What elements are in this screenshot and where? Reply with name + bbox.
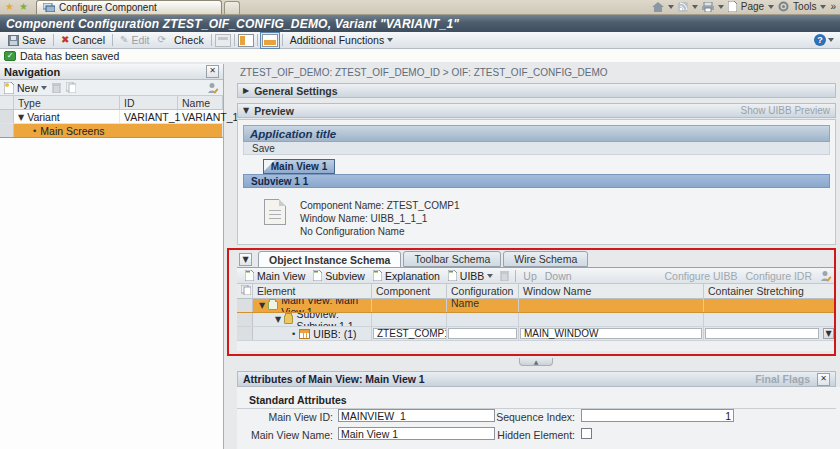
- browser-command-bar: Page Tools »: [652, 1, 836, 12]
- configure-uibb-link[interactable]: Configure UIBB: [665, 270, 738, 282]
- component-input[interactable]: ZTEST_COMP1: [373, 328, 447, 339]
- subview-folder-icon: [284, 315, 293, 324]
- print-icon[interactable]: [702, 2, 714, 12]
- section-collapsed-triangle-icon[interactable]: ▶: [243, 86, 249, 95]
- save-disk-icon: [8, 35, 19, 46]
- browser-tab[interactable]: Configure Component: [36, 0, 222, 14]
- navigation-row-main-screens[interactable]: •Main Screens: [0, 124, 223, 138]
- configure-idr-link[interactable]: Configure IDR: [745, 270, 812, 282]
- save-button[interactable]: Save: [4, 33, 50, 48]
- tab-wire-schema[interactable]: Wire Schema: [503, 251, 588, 267]
- section-expanded-triangle-icon[interactable]: ▼: [243, 106, 249, 115]
- layout-bottom-panel-icon[interactable]: [262, 34, 278, 47]
- additional-functions-button[interactable]: Additional Functions: [286, 33, 398, 48]
- attributes-close-button[interactable]: ✕: [817, 373, 830, 386]
- hidden-element-checkbox[interactable]: [581, 428, 592, 439]
- general-settings-section-bar[interactable]: ▶ General Settings: [237, 83, 836, 98]
- row-selector[interactable]: [237, 327, 253, 340]
- cancel-button[interactable]: ✖ Cancel: [57, 33, 109, 48]
- breadcrumb[interactable]: ZTEST_OIF_DEMO: ZTEST_OIF_DEMO_ID > OIF:…: [240, 67, 608, 78]
- collapse-triangle-icon[interactable]: ▼: [18, 113, 24, 122]
- preview-save-button[interactable]: Save: [252, 143, 275, 154]
- delete-element-icon[interactable]: [500, 270, 509, 281]
- personalize-icon[interactable]: [207, 82, 219, 94]
- schema-tabstrip: ▼ Object Instance Schema Toolbar Schema …: [237, 252, 836, 268]
- refresh-button[interactable]: ⟳: [154, 33, 170, 48]
- dropdown-arrow-icon[interactable]: ▼: [823, 328, 834, 339]
- navigation-close-button[interactable]: ✕: [206, 65, 219, 78]
- new-button[interactable]: New: [4, 82, 47, 94]
- schema-row-uibb[interactable]: •UIBB: (1) ZTEST_COMP1 MAIN_WINDOW ▼: [237, 327, 836, 341]
- collapse-triangle-icon[interactable]: ▼: [275, 315, 281, 324]
- row-selector[interactable]: [0, 124, 14, 137]
- window-name-input[interactable]: MAIN_WINDOW: [520, 328, 702, 339]
- tools-dropdown-caret[interactable]: [820, 5, 826, 9]
- add-uibb-button[interactable]: UIBB: [444, 268, 498, 283]
- schema-table-filler: [237, 341, 836, 351]
- edit-button[interactable]: ✎ Edit: [116, 33, 153, 48]
- sequence-index-input[interactable]: [581, 409, 734, 422]
- tab-corner-decoration: [264, 160, 275, 171]
- personalize-icon[interactable]: [820, 270, 832, 282]
- add-favorite-icon[interactable]: ★: [19, 2, 28, 12]
- column-header-name[interactable]: Name: [178, 96, 223, 109]
- page-dropdown-caret[interactable]: [768, 5, 774, 9]
- new-dropdown-caret: [41, 86, 47, 90]
- delete-icon[interactable]: [52, 82, 61, 93]
- page-title-text: Component Configuration ZTEST_OIF_CONFIG…: [6, 17, 459, 31]
- layout-horizontal-icon[interactable]: [215, 34, 231, 47]
- feed-icon[interactable]: [678, 2, 688, 12]
- subview-title-text: Subview 1 1: [251, 176, 308, 187]
- add-explanation-button[interactable]: Explanation: [369, 268, 444, 283]
- favorites-star-icon[interactable]: ★: [5, 2, 14, 12]
- schema-row-subview[interactable]: ▼Subview: Subview 1 1: [237, 313, 836, 327]
- container-stretching-select[interactable]: [705, 328, 819, 339]
- schema-table: Element Component Configuration Name Win…: [237, 284, 836, 351]
- horizontal-splitter-handle[interactable]: ▲: [519, 358, 553, 366]
- leaf-bullet-icon: •: [32, 126, 37, 136]
- browser-tab-bar: ★ ★ Configure Component Page Tools »: [0, 0, 840, 15]
- feed-dropdown-caret[interactable]: [692, 5, 698, 9]
- preview-section-bar[interactable]: ▼ Preview Show UIBB Preview: [237, 103, 836, 118]
- help-button[interactable]: ?: [814, 34, 834, 46]
- configuration-name-input[interactable]: [448, 328, 517, 339]
- column-header-id[interactable]: ID: [120, 96, 178, 109]
- row-selector[interactable]: [237, 313, 253, 326]
- final-flags-link[interactable]: Final Flags: [755, 373, 810, 385]
- navigation-row-variant[interactable]: ▼Variant VARIANT_1 VARIANT_1: [0, 110, 223, 124]
- add-subview-button[interactable]: Subview: [309, 268, 369, 283]
- new-tab-stub[interactable]: [224, 1, 240, 14]
- schema-collapse-button[interactable]: ▼: [239, 253, 252, 266]
- print-dropdown-caret[interactable]: [718, 5, 724, 9]
- preview-uibb-info: Component Name: ZTEST_COMP1 Window Name:…: [238, 188, 835, 238]
- home-dropdown-caret[interactable]: [668, 5, 674, 9]
- tab-object-instance-schema[interactable]: Object Instance Schema: [258, 251, 401, 268]
- hidden-element-label: Hidden Element:: [485, 429, 575, 441]
- help-icon: ?: [814, 34, 826, 46]
- page-menu[interactable]: Page: [741, 1, 764, 12]
- main-view-name-input[interactable]: [338, 427, 495, 440]
- layout-left-panel-icon[interactable]: [238, 34, 254, 47]
- check-button[interactable]: Check: [170, 33, 208, 48]
- copy-icon[interactable]: [66, 82, 76, 93]
- tools-menu[interactable]: Tools: [793, 1, 816, 12]
- main-view-id-input[interactable]: [338, 409, 495, 422]
- row-selector[interactable]: [237, 299, 253, 312]
- move-up-button[interactable]: Up: [519, 268, 540, 283]
- row-selector[interactable]: [0, 110, 14, 123]
- toolbar-separator: [282, 34, 283, 46]
- add-main-view-button[interactable]: Main View: [241, 268, 309, 283]
- home-icon[interactable]: [652, 2, 664, 12]
- cancel-x-icon: ✖: [61, 35, 69, 45]
- schema-row-main-view[interactable]: ▼Main View: Main View 1: [237, 299, 836, 313]
- show-uibb-preview-link[interactable]: Show UIBB Preview: [741, 105, 830, 116]
- command-overflow[interactable]: »: [830, 1, 836, 12]
- column-header-type[interactable]: Type: [14, 96, 120, 109]
- cell-container-stretching: [704, 299, 836, 312]
- tab-toolbar-schema[interactable]: Toolbar Schema: [403, 251, 501, 267]
- move-down-button[interactable]: Down: [541, 268, 576, 283]
- preview-main-view-tab[interactable]: Main View 1: [263, 159, 335, 174]
- copy-rows-icon[interactable]: [241, 285, 251, 295]
- collapse-triangle-icon[interactable]: ▼: [259, 301, 265, 310]
- element-text: Main View: Main View 1: [281, 299, 371, 312]
